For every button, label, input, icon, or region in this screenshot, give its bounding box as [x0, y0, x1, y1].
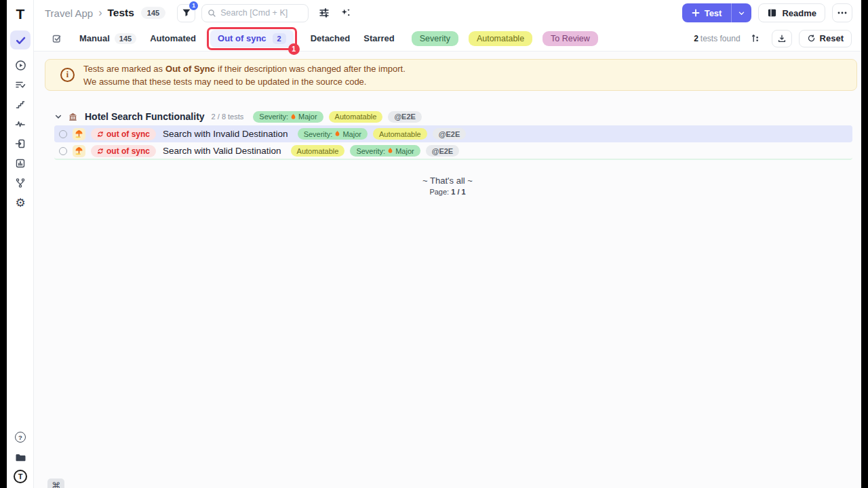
header-actions: Test Readme: [682, 3, 861, 22]
test-tag-e2e[interactable]: @E2E: [433, 128, 467, 140]
test-tag-severity[interactable]: Severity: Major: [298, 128, 368, 140]
filters-bar-right: 2tests found Reset: [694, 30, 861, 47]
out-of-sync-label: out of sync: [106, 129, 150, 139]
sidebar: T: [7, 0, 34, 488]
view-settings-button[interactable]: [315, 4, 333, 22]
suite-tag-automatable[interactable]: Automatable: [329, 111, 383, 123]
sidebar-item-brand[interactable]: T: [7, 467, 34, 486]
search-input[interactable]: [220, 8, 298, 18]
page-label: Page:: [429, 188, 449, 196]
test-row[interactable]: out of sync Search with Invalid Destinat…: [54, 125, 852, 142]
test-tag-e2e[interactable]: @E2E: [426, 145, 460, 157]
sidebar-item-analytics[interactable]: [7, 115, 34, 134]
out-of-sync-banner: i Tests are marked asOut of Syncif their…: [45, 59, 857, 91]
tab-out-of-sync-label: Out of sync: [218, 33, 267, 43]
suite-test-count: 2 / 8 tests: [212, 113, 244, 121]
tab-manual[interactable]: Manual 145: [79, 33, 136, 44]
filter-pill-severity[interactable]: Severity: [412, 31, 458, 46]
suite-tag-severity[interactable]: Severity: Major: [253, 111, 323, 123]
filter-button[interactable]: 1: [177, 4, 195, 22]
page-value: 1 / 1: [451, 188, 465, 196]
out-of-sync-badge: out of sync: [91, 145, 156, 157]
annotation-step-badge: 1: [288, 43, 300, 55]
filter-count-badge: 1: [189, 1, 198, 10]
test-tag-automatable[interactable]: Automatable: [373, 128, 427, 140]
tab-automated[interactable]: Automated: [150, 33, 196, 43]
test-status-circle[interactable]: [59, 130, 67, 138]
readme-button[interactable]: Readme: [758, 3, 825, 22]
test-row[interactable]: out of sync Search with Valid Destinatio…: [54, 143, 852, 160]
readme-label: Readme: [782, 8, 816, 18]
tree-view-icon: [751, 33, 761, 43]
refresh-icon: [807, 34, 816, 43]
search-box[interactable]: [201, 4, 309, 22]
test-title[interactable]: Search with Invalid Destination: [163, 129, 288, 139]
sparkles-icon: [340, 7, 351, 18]
ellipsis-icon: [837, 12, 847, 14]
chevron-down-icon: [738, 9, 745, 17]
sync-icon: [97, 148, 104, 155]
ai-assist-button[interactable]: [337, 4, 355, 22]
sidebar-item-help[interactable]: ?: [7, 428, 34, 447]
end-of-list-message: ~ That's all ~: [34, 176, 861, 186]
list-check-icon: [15, 79, 26, 90]
app-window: T: [7, 0, 861, 488]
book-icon: [767, 8, 777, 18]
page-title: Tests: [107, 7, 134, 19]
sidebar-item-settings[interactable]: ⚙: [7, 193, 34, 212]
import-icon: [15, 138, 26, 149]
sidebar-item-tests[interactable]: [10, 30, 31, 49]
reset-label: Reset: [820, 33, 844, 43]
severity-value: Major: [395, 147, 414, 155]
new-test-dropdown-button[interactable]: [731, 3, 751, 22]
select-all-icon: [52, 33, 62, 44]
app-logo[interactable]: T: [7, 4, 34, 23]
banner-line1-after: if their description was changed after t…: [218, 64, 406, 74]
new-test-label: Test: [705, 8, 722, 18]
chevron-down-icon[interactable]: [54, 113, 62, 121]
new-test-button[interactable]: Test: [682, 3, 732, 22]
folder-icon: [15, 452, 26, 462]
funnel-icon: [182, 8, 191, 18]
sidebar-item-import[interactable]: [7, 134, 34, 153]
filter-pill-automatable[interactable]: Automatable: [469, 31, 532, 46]
tree-view-button[interactable]: [747, 30, 765, 47]
sidebar-item-plans[interactable]: [7, 75, 34, 94]
sidebar-item-branches[interactable]: [7, 174, 34, 192]
fire-icon: [334, 130, 340, 138]
suite-header: Hotel Search Functionality 2 / 8 tests S…: [54, 109, 422, 124]
annotation-highlight-box: Out of sync 2 1: [207, 27, 297, 50]
sidebar-item-steps[interactable]: [7, 95, 34, 114]
test-title[interactable]: Search with Valid Destination: [163, 146, 281, 156]
test-tag-severity[interactable]: Severity: Major: [350, 145, 420, 157]
beach-umbrella-icon: [73, 145, 85, 157]
sidebar-item-runs[interactable]: [7, 56, 34, 75]
tests-count-badge: 145: [141, 7, 165, 19]
more-options-button[interactable]: [832, 3, 852, 22]
severity-label: Severity:: [356, 147, 385, 155]
sliders-icon: [319, 7, 330, 18]
fire-icon: [290, 113, 296, 121]
tab-out-of-sync[interactable]: Out of sync 2: [210, 30, 294, 47]
sidebar-item-docs[interactable]: [7, 447, 34, 466]
tab-detached[interactable]: Detached: [311, 33, 351, 43]
hotel-icon: [68, 112, 78, 121]
branch-icon: [15, 178, 26, 188]
breadcrumb-project[interactable]: Travel App: [45, 7, 93, 19]
logo-letter: T: [16, 7, 25, 21]
severity-label: Severity:: [259, 113, 288, 121]
sidebar-item-reports[interactable]: [7, 154, 34, 173]
filter-pill-to-review[interactable]: To Review: [542, 31, 598, 46]
test-tag-automatable[interactable]: Automatable: [291, 145, 345, 157]
download-icon: [777, 34, 787, 43]
reset-button[interactable]: Reset: [799, 30, 852, 47]
download-button[interactable]: [772, 30, 792, 47]
select-all-button[interactable]: [48, 30, 66, 47]
sync-icon: [97, 131, 104, 138]
test-status-circle[interactable]: [59, 147, 67, 155]
tab-starred[interactable]: Starred: [363, 33, 395, 43]
play-circle-icon: [15, 60, 26, 71]
top-bar: Travel App › Tests 145 1: [34, 0, 861, 26]
suite-tag-e2e[interactable]: @E2E: [388, 111, 422, 123]
suite-title[interactable]: Hotel Search Functionality: [85, 111, 205, 122]
